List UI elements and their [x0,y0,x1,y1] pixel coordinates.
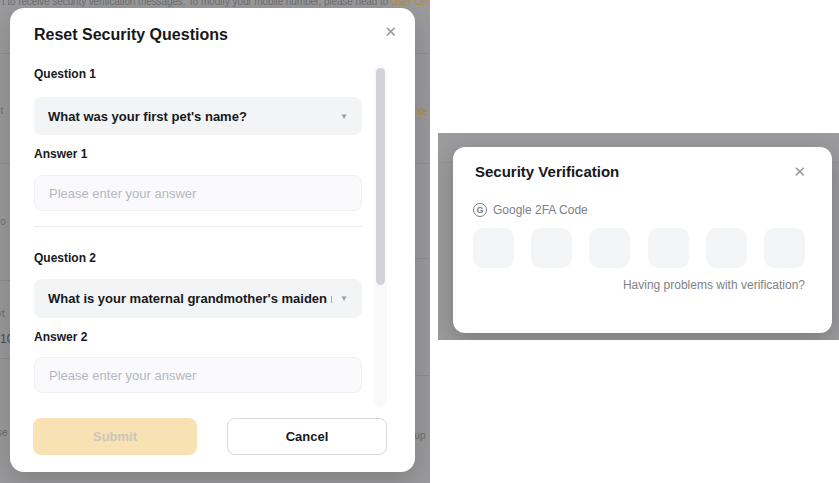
modal-title: Security Verification [475,163,619,180]
2fa-code-box-6[interactable] [764,228,805,268]
2fa-code-inputs [473,228,805,268]
page-area-right: Security Verification ✕ G Google 2FA Cod… [430,0,839,483]
dimmed-overlay-band: Security Verification ✕ G Google 2FA Cod… [438,133,839,340]
google-2fa-label: Google 2FA Code [493,203,588,217]
background-link-fragment: nte [414,106,428,117]
chevron-down-icon: ▼ [340,294,348,303]
user-center-link: User Cente [391,0,430,7]
section-divider [34,226,362,227]
question1-label: Question 1 [34,67,96,81]
modal-scrollbar-thumb[interactable] [376,68,385,285]
background-divider [415,163,430,164]
reset-security-questions-modal: Reset Security Questions ✕ Question 1 Wh… [10,8,415,472]
background-divider [415,258,430,259]
background-divider [415,375,430,376]
security-verification-modal: Security Verification ✕ G Google 2FA Cod… [453,147,832,333]
verification-help-link[interactable]: Having problems with verification? [473,278,805,292]
question2-selected-value: What is your maternal grandmother's maid… [48,291,332,306]
answer2-input[interactable] [34,357,362,393]
2fa-code-box-1[interactable] [473,228,514,268]
background-divider [0,163,10,164]
background-text-fragment: yt [0,308,5,319]
answer1-input[interactable] [34,175,362,211]
2fa-code-box-3[interactable] [589,228,630,268]
background-text-fragment: ro [0,216,6,227]
answer2-label: Answer 2 [34,330,87,344]
background-text-fragment: t t [0,105,3,116]
2fa-code-box-2[interactable] [531,228,572,268]
cancel-button[interactable]: Cancel [227,418,387,455]
close-icon[interactable]: ✕ [384,24,397,39]
modal-scrollbar-track [374,65,387,408]
close-icon[interactable]: ✕ [793,164,806,179]
question1-selected-value: What was your first pet's name? [48,109,247,124]
screenshot-stage: t to receive security verification messa… [0,0,839,483]
background-text-fragment: se [0,427,8,438]
google-2fa-row: G Google 2FA Code [473,203,588,217]
chevron-down-icon: ▼ [340,112,348,121]
dimmed-page-left: t to receive security verification messa… [0,0,430,483]
answer1-label: Answer 1 [34,147,87,161]
question2-select[interactable]: What is your maternal grandmother's maid… [34,279,362,318]
background-divider [0,280,10,281]
question2-label: Question 2 [34,251,96,265]
submit-button[interactable]: Submit [33,418,197,455]
background-divider [415,53,430,54]
modal-title: Reset Security Questions [34,26,228,44]
2fa-code-box-5[interactable] [706,228,747,268]
background-divider [0,53,10,54]
2fa-code-box-4[interactable] [648,228,689,268]
background-sentence: t to receive security verification messa… [2,0,391,7]
google-authenticator-icon: G [473,203,487,217]
question1-select[interactable]: What was your first pet's name? ▼ [34,97,362,135]
background-divider [0,358,10,359]
background-page-text: t to receive security verification messa… [2,0,430,8]
